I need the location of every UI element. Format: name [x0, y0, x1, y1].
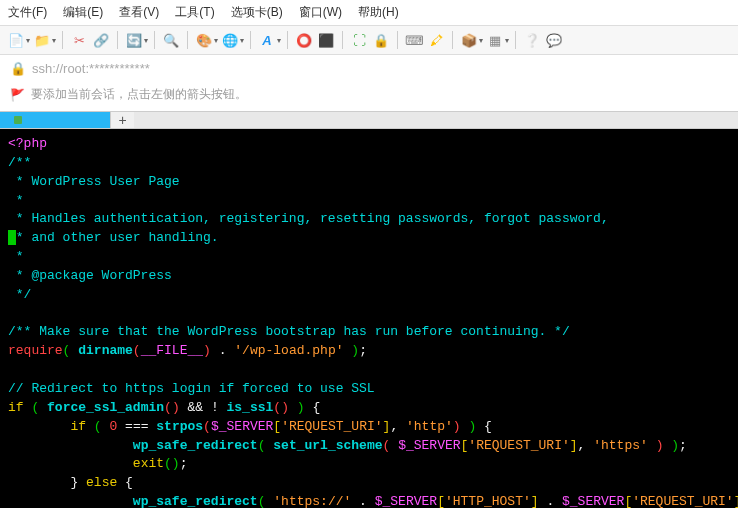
add-tab-button[interactable]: +	[110, 112, 134, 128]
dropdown-icon[interactable]: ▾	[144, 36, 148, 45]
fullscreen-icon[interactable]: ⛶	[349, 30, 369, 50]
dropdown-icon[interactable]: ▾	[479, 36, 483, 45]
dropdown-icon[interactable]: ▾	[214, 36, 218, 45]
dropdown-icon[interactable]: ▾	[505, 36, 509, 45]
box-icon[interactable]: 📦	[459, 30, 479, 50]
tip-text: 要添加当前会话，点击左侧的箭头按钮。	[31, 86, 247, 103]
font-icon[interactable]: A	[257, 30, 277, 50]
stop-icon[interactable]: ⬛	[316, 30, 336, 50]
highlight-icon[interactable]: 🖍	[426, 30, 446, 50]
disconnect-icon[interactable]: ✂	[69, 30, 89, 50]
ssh-path[interactable]: ssh://root:************	[32, 61, 150, 76]
session-tab[interactable]	[0, 112, 110, 128]
menu-window[interactable]: 窗口(W)	[299, 4, 342, 21]
address-bar: 🔒 ssh://root:************	[0, 55, 738, 82]
flag-icon: 🚩	[10, 88, 25, 102]
menu-tabs[interactable]: 选项卡(B)	[231, 4, 283, 21]
dropdown-icon[interactable]: ▾	[240, 36, 244, 45]
grid-icon[interactable]: ▦	[485, 30, 505, 50]
menu-file[interactable]: 文件(F)	[8, 4, 47, 21]
tab-bar: +	[0, 111, 738, 129]
new-folder-icon[interactable]: 📁	[32, 30, 52, 50]
lock-icon: 🔒	[10, 61, 26, 76]
status-dot-icon	[14, 116, 22, 124]
keyboard-icon[interactable]: ⌨	[404, 30, 424, 50]
help-icon[interactable]: ❔	[522, 30, 542, 50]
toolbar: 📄▾ 📁▾ ✂ 🔗 🔄▾ 🔍 🎨▾ 🌐▾ A▾ ⭕ ⬛ ⛶ 🔒 ⌨ 🖍 📦▾ ▦…	[0, 26, 738, 55]
color-icon[interactable]: 🎨	[194, 30, 214, 50]
menu-bar: 文件(F) 编辑(E) 查看(V) 工具(T) 选项卡(B) 窗口(W) 帮助(…	[0, 0, 738, 26]
menu-edit[interactable]: 编辑(E)	[63, 4, 103, 21]
record-icon[interactable]: ⭕	[294, 30, 314, 50]
dropdown-icon[interactable]: ▾	[26, 36, 30, 45]
link-icon[interactable]: 🔗	[91, 30, 111, 50]
menu-view[interactable]: 查看(V)	[119, 4, 159, 21]
menu-help[interactable]: 帮助(H)	[358, 4, 399, 21]
menu-tools[interactable]: 工具(T)	[175, 4, 214, 21]
chat-icon[interactable]: 💬	[544, 30, 564, 50]
terminal[interactable]: <?php /** * WordPress User Page * * Hand…	[0, 129, 738, 508]
dropdown-icon[interactable]: ▾	[277, 36, 281, 45]
lock-icon[interactable]: 🔒	[371, 30, 391, 50]
dropdown-icon[interactable]: ▾	[52, 36, 56, 45]
new-file-icon[interactable]: 📄	[6, 30, 26, 50]
globe-icon[interactable]: 🌐	[220, 30, 240, 50]
refresh-icon[interactable]: 🔄	[124, 30, 144, 50]
tip-bar: 🚩 要添加当前会话，点击左侧的箭头按钮。	[0, 82, 738, 111]
search-icon[interactable]: 🔍	[161, 30, 181, 50]
